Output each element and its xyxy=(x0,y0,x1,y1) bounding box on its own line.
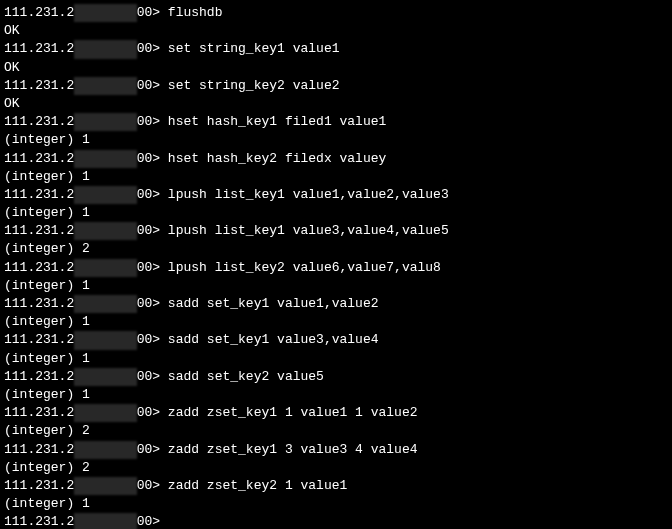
output-text: OK xyxy=(4,23,20,38)
terminal-line: 111.231.2 00> xyxy=(4,513,668,529)
output-text: (integer) 1 xyxy=(4,132,90,147)
prompt-suffix: 00> xyxy=(137,514,168,529)
output-text: OK xyxy=(4,60,20,75)
prompt-ip-prefix: 111.231.2 xyxy=(4,369,74,384)
redacted-ip-segment xyxy=(74,186,136,204)
command-text: set string_key1 value1 xyxy=(168,41,340,56)
redacted-ip-segment xyxy=(74,77,136,95)
prompt-suffix: 00> xyxy=(137,5,168,20)
terminal-line: OK xyxy=(4,95,668,113)
terminal-line: (integer) 2 xyxy=(4,422,668,440)
terminal-line: (integer) 1 xyxy=(4,495,668,513)
command-text: flushdb xyxy=(168,5,223,20)
prompt-ip-prefix: 111.231.2 xyxy=(4,478,74,493)
terminal-line: 111.231.2 00> lpush list_key1 value1,val… xyxy=(4,186,668,204)
output-text: (integer) 1 xyxy=(4,496,90,511)
command-text: zadd zset_key1 1 value1 1 value2 xyxy=(168,405,418,420)
terminal-line: OK xyxy=(4,59,668,77)
prompt-ip-prefix: 111.231.2 xyxy=(4,442,74,457)
terminal-line: (integer) 1 xyxy=(4,204,668,222)
prompt-suffix: 00> xyxy=(137,223,168,238)
redacted-ip-segment xyxy=(74,368,136,386)
terminal-line: 111.231.2 00> lpush list_key2 value6,val… xyxy=(4,259,668,277)
output-text: (integer) 2 xyxy=(4,423,90,438)
prompt-suffix: 00> xyxy=(137,478,168,493)
terminal-line: 111.231.2 00> set string_key1 value1 xyxy=(4,40,668,58)
prompt-ip-prefix: 111.231.2 xyxy=(4,114,74,129)
redacted-ip-segment xyxy=(74,40,136,58)
prompt-suffix: 00> xyxy=(137,332,168,347)
terminal-line: 111.231.2 00> sadd set_key1 value1,value… xyxy=(4,295,668,313)
output-text: OK xyxy=(4,96,20,111)
redacted-ip-segment xyxy=(74,113,136,131)
command-text: zadd zset_key2 1 value1 xyxy=(168,478,347,493)
redacted-ip-segment xyxy=(74,222,136,240)
command-text: sadd set_key1 value3,value4 xyxy=(168,332,379,347)
redacted-ip-segment xyxy=(74,331,136,349)
prompt-ip-prefix: 111.231.2 xyxy=(4,405,74,420)
command-text: lpush list_key1 value3,value4,value5 xyxy=(168,223,449,238)
command-text: set string_key2 value2 xyxy=(168,78,340,93)
command-text: lpush list_key2 value6,value7,valu8 xyxy=(168,260,441,275)
terminal-line: (integer) 1 xyxy=(4,277,668,295)
terminal-line: 111.231.2 00> lpush list_key1 value3,val… xyxy=(4,222,668,240)
output-text: (integer) 1 xyxy=(4,278,90,293)
terminal-line: 111.231.2 00> set string_key2 value2 xyxy=(4,77,668,95)
terminal-line: (integer) 2 xyxy=(4,240,668,258)
terminal-line: (integer) 1 xyxy=(4,386,668,404)
prompt-suffix: 00> xyxy=(137,187,168,202)
terminal-line: 111.231.2 00> hset hash_key1 filed1 valu… xyxy=(4,113,668,131)
prompt-suffix: 00> xyxy=(137,78,168,93)
redacted-ip-segment xyxy=(74,150,136,168)
prompt-ip-prefix: 111.231.2 xyxy=(4,296,74,311)
terminal-line: 111.231.2 00> flushdb xyxy=(4,4,668,22)
terminal-line: 111.231.2 00> sadd set_key1 value3,value… xyxy=(4,331,668,349)
command-text: sadd set_key1 value1,value2 xyxy=(168,296,379,311)
command-text: zadd zset_key1 3 value3 4 value4 xyxy=(168,442,418,457)
prompt-suffix: 00> xyxy=(137,369,168,384)
redacted-ip-segment xyxy=(74,441,136,459)
command-text: hset hash_key1 filed1 value1 xyxy=(168,114,386,129)
terminal-line: OK xyxy=(4,22,668,40)
prompt-suffix: 00> xyxy=(137,442,168,457)
prompt-suffix: 00> xyxy=(137,151,168,166)
prompt-ip-prefix: 111.231.2 xyxy=(4,260,74,275)
redacted-ip-segment xyxy=(74,477,136,495)
prompt-ip-prefix: 111.231.2 xyxy=(4,514,74,529)
output-text: (integer) 2 xyxy=(4,241,90,256)
command-text: hset hash_key2 filedx valuey xyxy=(168,151,386,166)
redacted-ip-segment xyxy=(74,295,136,313)
redacted-ip-segment xyxy=(74,259,136,277)
prompt-ip-prefix: 111.231.2 xyxy=(4,223,74,238)
prompt-ip-prefix: 111.231.2 xyxy=(4,5,74,20)
prompt-suffix: 00> xyxy=(137,296,168,311)
prompt-ip-prefix: 111.231.2 xyxy=(4,41,74,56)
output-text: (integer) 1 xyxy=(4,387,90,402)
prompt-ip-prefix: 111.231.2 xyxy=(4,187,74,202)
terminal-line: 111.231.2 00> sadd set_key2 value5 xyxy=(4,368,668,386)
output-text: (integer) 1 xyxy=(4,351,90,366)
terminal-output: 111.231.2 00> flushdbOK111.231.2 00> set… xyxy=(4,4,668,529)
terminal-line: 111.231.2 00> hset hash_key2 filedx valu… xyxy=(4,150,668,168)
terminal-line: 111.231.2 00> zadd zset_key2 1 value1 xyxy=(4,477,668,495)
terminal-line: (integer) 2 xyxy=(4,459,668,477)
prompt-ip-prefix: 111.231.2 xyxy=(4,78,74,93)
command-text: lpush list_key1 value1,value2,value3 xyxy=(168,187,449,202)
output-text: (integer) 1 xyxy=(4,169,90,184)
prompt-ip-prefix: 111.231.2 xyxy=(4,151,74,166)
prompt-suffix: 00> xyxy=(137,114,168,129)
prompt-suffix: 00> xyxy=(137,260,168,275)
prompt-ip-prefix: 111.231.2 xyxy=(4,332,74,347)
terminal-line: (integer) 1 xyxy=(4,168,668,186)
terminal-line: 111.231.2 00> zadd zset_key1 1 value1 1 … xyxy=(4,404,668,422)
output-text: (integer) 2 xyxy=(4,460,90,475)
terminal-line: (integer) 1 xyxy=(4,313,668,331)
command-text: sadd set_key2 value5 xyxy=(168,369,324,384)
prompt-suffix: 00> xyxy=(137,41,168,56)
output-text: (integer) 1 xyxy=(4,205,90,220)
redacted-ip-segment xyxy=(74,513,136,529)
terminal-line: (integer) 1 xyxy=(4,350,668,368)
terminal-line: (integer) 1 xyxy=(4,131,668,149)
redacted-ip-segment xyxy=(74,4,136,22)
output-text: (integer) 1 xyxy=(4,314,90,329)
